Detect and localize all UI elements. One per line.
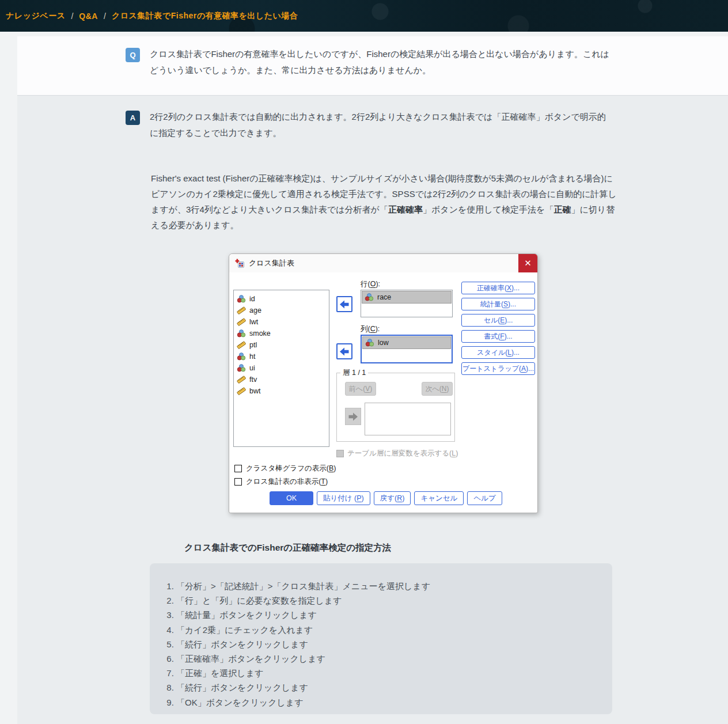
button-text: ヘルプ [473, 494, 495, 503]
variable-item-lwt[interactable]: lwt [234, 316, 329, 328]
button-text: ) [362, 494, 364, 502]
variable-label: id [249, 295, 255, 303]
cancel-button[interactable]: キャンセル [414, 491, 464, 505]
variable-label: ptl [249, 341, 257, 349]
suppress-tables-checkbox[interactable]: クロス集計表の非表示(T) [234, 477, 328, 487]
procedure-steps-box: 「分析」>「記述統計」>「クロス集計表」メニューを選択します 「行」と「列」に必… [150, 563, 612, 714]
mnemonic: L [507, 348, 511, 357]
move-to-layer-button[interactable] [345, 408, 361, 425]
label-text: クラスタ棒グラフの表示( [246, 464, 329, 472]
nominal-icon [365, 293, 374, 302]
dialog-titlebar[interactable]: クロス集計表 [229, 254, 537, 272]
transfer-arrow-icon [339, 300, 350, 309]
button-text: キャンセル [420, 494, 457, 503]
columns-field-label: 列(C): [361, 324, 380, 334]
display-layer-variables-checkbox[interactable]: テーブル層に層変数を表示する(L) [336, 449, 458, 458]
label-text: ): [376, 280, 380, 288]
exact-tests-button[interactable]: 正確確率(X)... [461, 282, 535, 294]
mnemonic: V [365, 385, 370, 393]
cells-button[interactable]: セル(E)... [461, 314, 535, 327]
spss-crosstabs-dialog: クロス集計表 ✕ id age lwt smoke ptl ht ui ftv … [229, 253, 538, 513]
scale-icon [237, 375, 246, 384]
nominal-icon [237, 294, 246, 304]
label-text: テーブル層に層変数を表示する( [347, 449, 452, 457]
breadcrumb-knowledge-base[interactable]: ナレッジベース [6, 11, 65, 21]
rows-listbox[interactable]: race [361, 290, 453, 317]
label-text: ) [456, 449, 458, 457]
mnemonic: X [507, 284, 511, 292]
step-item: 「正確確率」ボタンをクリックします [176, 651, 601, 666]
ok-button[interactable]: OK [270, 491, 313, 505]
variable-label: ht [249, 352, 255, 361]
step-item: 「続行」ボタンをクリックします [176, 637, 601, 651]
answer-detail-paragraph: Fisher's exact test (Fisherの正確確率検定)は、サンプ… [151, 170, 621, 233]
page: ナレッジベース / Q&A / クロス集計表でFisherの有意確率を出したい場… [0, 0, 728, 724]
question-panel: Q クロス集計表でFisherの有意確率を出したいのですが、Fisherの検定結… [17, 36, 728, 96]
move-to-rows-button[interactable] [336, 296, 352, 312]
button-text: ) [402, 494, 404, 502]
button-text: 書式( [484, 332, 500, 342]
previous-layer-button[interactable]: 前へ(V) [345, 382, 376, 396]
variable-item-ht[interactable]: ht [234, 351, 329, 362]
columns-listbox[interactable]: low [361, 335, 453, 363]
variable-item-ui[interactable]: ui [234, 362, 329, 374]
answer-text: 2行2列のクロス集計表では自動的に出力されます。2行2列より大きなクロス集計表で… [150, 109, 611, 141]
button-text: )... [511, 348, 520, 357]
layer-listbox[interactable] [365, 403, 451, 435]
variable-item-id[interactable]: id [234, 293, 329, 305]
button-text: 前へ( [349, 384, 365, 394]
scale-icon [237, 386, 246, 396]
button-text: )... [505, 332, 513, 340]
rows-variable-race[interactable]: race [362, 291, 451, 303]
button-text: 戻す( [380, 494, 397, 503]
move-to-columns-button[interactable] [336, 343, 352, 359]
label-text: 行( [361, 280, 370, 288]
step-item: 「統計量」ボタンをクリックします [176, 608, 601, 622]
procedure-caption: クロス集計表でのFisherの正確確率検定の指定方法 [184, 542, 391, 554]
nominal-icon [237, 363, 246, 373]
clustered-bar-charts-checkbox[interactable]: クラスタ棒グラフの表示(B) [234, 464, 336, 473]
help-button[interactable]: ヘルプ [467, 491, 502, 505]
button-text: 正確確率( [477, 283, 507, 293]
variable-label: bwt [249, 387, 260, 395]
variable-list[interactable]: id age lwt smoke ptl ht ui ftv bwt [233, 290, 329, 447]
step-item: 「行」と「列」に必要な変数を指定します [176, 593, 601, 608]
button-text: )... [526, 365, 534, 373]
label-text: ) [325, 477, 328, 486]
mnemonic: O [370, 280, 376, 288]
reset-button[interactable]: 戻す(R) [374, 491, 411, 505]
button-text: OK [286, 494, 297, 502]
close-button[interactable]: ✕ [518, 254, 537, 272]
step-item: 「OK」ボタンをクリックします [176, 695, 601, 710]
style-button[interactable]: スタイル(L)... [461, 346, 535, 359]
variable-item-ptl[interactable]: ptl [234, 339, 329, 351]
button-text: 統計量( [480, 300, 503, 309]
nominal-icon [365, 338, 374, 347]
variable-item-ftv[interactable]: ftv [234, 374, 329, 385]
variable-label: lwt [249, 318, 258, 326]
statistics-button[interactable]: 統計量(S)... [461, 298, 535, 310]
bootstrap-button[interactable]: ブートストラップ(A)... [461, 362, 535, 375]
variable-item-bwt[interactable]: bwt [234, 385, 329, 397]
paste-button[interactable]: 貼り付け (P) [317, 491, 370, 505]
breadcrumb-current-page: クロス集計表でFisherの有意確率を出したい場合 [112, 11, 298, 21]
label-text: クロス集計表の非表示( [246, 477, 321, 486]
variable-label: ftv [249, 376, 257, 384]
breadcrumb-qa[interactable]: Q&A [79, 12, 98, 21]
columns-variable-low[interactable]: low [363, 337, 450, 348]
step-item: 「分析」>「記述統計」>「クロス集計表」メニューを選択します [176, 579, 601, 593]
answer-panel: A 2行2列のクロス集計表では自動的に出力されます。2行2列より大きなクロス集計… [17, 96, 728, 724]
label-text: ) [333, 464, 336, 472]
button-text: )... [505, 316, 513, 324]
checkbox-label: テーブル層に層変数を表示する(L) [347, 449, 458, 458]
format-button[interactable]: 書式(F)... [461, 330, 535, 343]
checkbox-icon [234, 465, 242, 472]
next-layer-button[interactable]: 次へ(N) [422, 382, 453, 396]
header-bar: ナレッジベース / Q&A / クロス集計表でFisherの有意確率を出したい場… [0, 0, 728, 32]
variable-item-smoke[interactable]: smoke [234, 328, 329, 339]
detail-text: 」ボタンを使用して検定手法を「 [423, 204, 553, 214]
variable-item-age[interactable]: age [234, 305, 329, 316]
transfer-arrow-disabled-icon [348, 412, 358, 421]
checkbox-icon [336, 450, 344, 457]
button-text: セル( [484, 316, 500, 325]
